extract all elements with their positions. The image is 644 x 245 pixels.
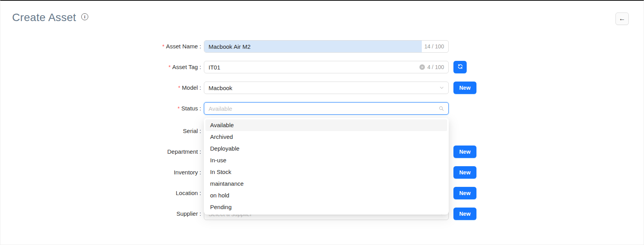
status-option-pending[interactable]: Pending (205, 201, 447, 213)
status-option-deployable[interactable]: Deployable (205, 143, 447, 154)
form-row-status: *Status : Available Available Archived D… (0, 102, 644, 115)
new-model-button[interactable]: New (453, 82, 476, 94)
search-icon (439, 106, 444, 111)
arrow-left-icon: ← (619, 15, 626, 23)
status-option-archived[interactable]: Archived (205, 131, 447, 143)
status-option-on-hold[interactable]: on hold (205, 190, 447, 201)
status-option-maintanance[interactable]: maintanance (205, 178, 447, 190)
department-label: Department : (167, 148, 201, 155)
required-marker: * (162, 43, 164, 50)
status-option-available[interactable]: Available (205, 119, 447, 131)
new-location-button[interactable]: New (453, 187, 476, 199)
asset-tag-label: Asset Tag : (172, 64, 201, 70)
form-row-model: *Model : Macbook New (0, 82, 644, 94)
page-title: Create Asset (12, 11, 76, 24)
status-option-in-use[interactable]: In-use (205, 154, 447, 166)
sync-icon (457, 64, 463, 71)
model-value: Macbook (209, 85, 439, 91)
asset-tag-input[interactable]: IT01 ✕ 4 / 100 (204, 61, 449, 73)
required-marker: * (169, 64, 171, 70)
asset-name-value: Macbook Air M2 (209, 43, 251, 50)
status-placeholder: Available (209, 105, 439, 112)
asset-name-counter: 14 / 100 (422, 43, 448, 50)
status-dropdown: Available Archived Deployable In-use In … (204, 118, 449, 215)
form-row-asset-tag: *Asset Tag : IT01 ✕ 4 / 100 (0, 61, 644, 73)
supplier-label: Supplier : (177, 210, 201, 217)
chevron-down-icon (439, 85, 444, 90)
status-select[interactable]: Available (204, 102, 449, 115)
inventory-label: Inventory : (174, 169, 201, 176)
asset-name-selection: Macbook Air M2 (204, 41, 422, 52)
model-label: Model : (182, 84, 201, 91)
clear-icon[interactable]: ✕ (419, 64, 425, 70)
form-row-asset-name: *Asset Name : Macbook Air M2 14 / 100 (0, 40, 644, 53)
generate-tag-button[interactable] (453, 61, 467, 73)
asset-tag-counter: 4 / 100 (425, 64, 444, 70)
info-icon[interactable]: i (81, 13, 88, 20)
create-asset-form: *Asset Name : Macbook Air M2 14 / 100 *A… (0, 40, 644, 228)
new-department-button[interactable]: New (453, 146, 476, 158)
asset-name-input[interactable]: Macbook Air M2 14 / 100 (204, 40, 449, 53)
asset-tag-value: IT01 (209, 64, 419, 71)
status-label: Status : (181, 105, 201, 112)
back-button[interactable]: ← (615, 12, 629, 25)
required-marker: * (178, 105, 180, 112)
new-inventory-button[interactable]: New (453, 166, 476, 179)
asset-name-label: Asset Name : (166, 43, 201, 50)
serial-label: Serial : (183, 128, 201, 134)
model-select[interactable]: Macbook (204, 82, 449, 94)
new-supplier-button[interactable]: New (453, 208, 476, 220)
location-label: Location : (176, 190, 201, 196)
status-option-in-stock[interactable]: In Stock (205, 166, 447, 178)
page-header: Create Asset i (12, 11, 88, 24)
required-marker: * (178, 85, 180, 91)
